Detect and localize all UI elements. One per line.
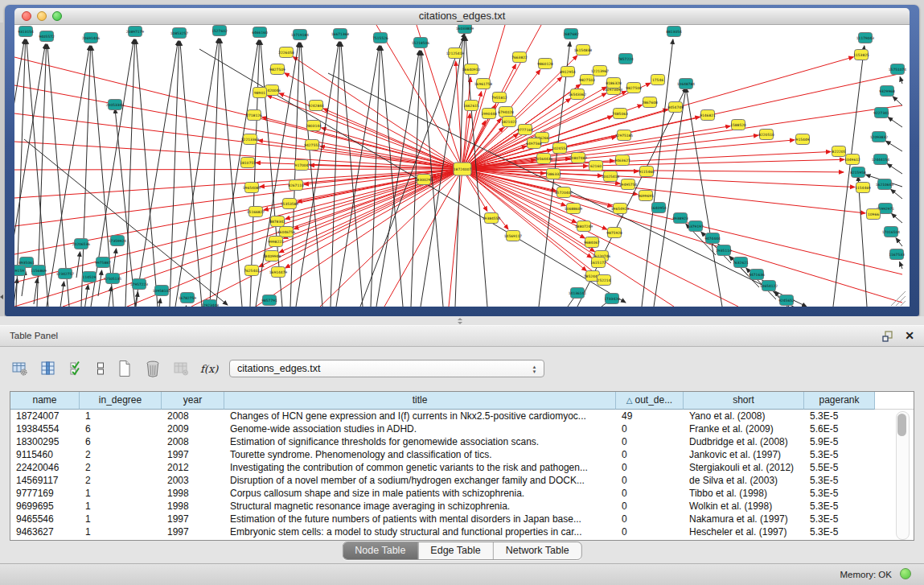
table-row[interactable]: 946554611997Estimation of the future num… — [10, 513, 914, 525]
node-label: 9857791 — [261, 299, 277, 303]
window-titlebar[interactable]: citations_edges.txt — [14, 8, 910, 25]
table-row[interactable]: 969969511998Structural magnetic resonanc… — [10, 500, 914, 513]
node-label: 17359924 — [109, 239, 127, 243]
table-row[interactable]: 1872400712008Changes of HCN gene express… — [10, 410, 914, 422]
table-cell-short: Franke et al. (2009) — [684, 422, 804, 435]
table-row[interactable]: 1830029562008Estimation of significance … — [10, 435, 914, 448]
red-edge — [191, 169, 462, 307]
memory-status-label: Memory: OK — [840, 570, 892, 579]
node-label: 9827509 — [269, 68, 285, 72]
node-label: 16154838 — [574, 48, 593, 52]
tab-network-table[interactable]: Network Table — [493, 542, 581, 559]
black-edge — [47, 46, 89, 307]
table-cell-year: 2008 — [162, 410, 224, 422]
table-row[interactable]: 2242004622012Investigating the contribut… — [10, 461, 914, 474]
column-header-name[interactable]: name — [10, 392, 80, 410]
panel-collapse-icon[interactable] — [0, 295, 3, 299]
function-icon[interactable]: f(x) — [200, 363, 218, 375]
node-label: 8935061 — [18, 261, 35, 265]
black-edge — [900, 76, 902, 84]
black-edge — [220, 39, 242, 307]
table-cell-out_degree: 0 — [616, 525, 684, 538]
network-canvas[interactable]: 9313154940557220691406208971791085325715… — [14, 25, 910, 307]
node-label: 8912954 — [560, 70, 576, 74]
table-row[interactable]: 911546021997Tourette syndrome. Phenomeno… — [10, 448, 914, 461]
black-edge — [175, 39, 218, 307]
column-header-out_degree[interactable]: △out_de... — [616, 392, 684, 410]
splitter-grip-icon[interactable] — [456, 318, 464, 324]
tab-node-table[interactable]: Node Table — [343, 542, 417, 559]
table-cell-year: 2009 — [162, 422, 224, 435]
node-label: 15720407 — [555, 191, 573, 195]
table-cell-pagerank: 5.3E-5 — [804, 500, 875, 513]
table-cell-short: Nakamura et al. (1997) — [684, 513, 804, 525]
table-cell-title: Tourette syndrome. Phenomenology and cla… — [224, 448, 616, 461]
node-label: 10654122 — [760, 284, 778, 288]
table-cell-short: Hescheler et al. (1997) — [684, 525, 804, 538]
table-row[interactable]: 1456911722003Disruption of a novel membe… — [10, 474, 914, 487]
node-label: 19384554 — [483, 216, 501, 220]
memory-ok-icon[interactable] — [900, 568, 911, 579]
node-label: 10853257 — [170, 31, 189, 35]
column-header-in_degree[interactable]: in_degree — [80, 392, 162, 410]
table-cell-out_degree: 0 — [616, 461, 684, 474]
black-edge — [336, 46, 379, 307]
node-label: 8813054 — [666, 30, 682, 34]
tab-edge-table[interactable]: Edge Table — [417, 542, 492, 559]
table-row[interactable]: 946362711997Embryonic stem cells: a mode… — [10, 525, 914, 538]
table-select-dropdown[interactable]: citations_edges.txt ▲▼ — [229, 360, 544, 377]
node-label: 12213363 — [241, 138, 260, 142]
node-label: 19495754 — [619, 183, 638, 187]
black-edge — [135, 41, 178, 307]
black-edge — [896, 238, 902, 246]
table-cell-out_degree: 0 — [616, 513, 684, 525]
node-label: 16543362 — [569, 93, 587, 97]
node-label: 10688609 — [565, 207, 583, 211]
node-label: 19654085 — [243, 186, 261, 190]
table-cell-in_degree: 2 — [80, 474, 162, 487]
table-column-icon[interactable] — [39, 360, 57, 377]
node-label: 18724007 — [454, 167, 472, 171]
dropdown-stepper-icon: ▲▼ — [531, 363, 538, 376]
table-row[interactable]: 1938455462009Genome-wide association stu… — [10, 422, 914, 435]
node-label: 10719184 — [291, 33, 310, 37]
black-edge — [892, 214, 902, 223]
node-label: 10807487 — [569, 156, 588, 160]
trash-icon[interactable] — [144, 360, 162, 377]
node-label: 7485063 — [612, 112, 628, 116]
table-row[interactable]: 977716911998Corpus callosum shape and si… — [10, 487, 914, 500]
float-window-icon[interactable] — [882, 331, 893, 342]
close-icon[interactable]: ✕ — [905, 329, 914, 342]
node-label: 20053340 — [106, 103, 125, 107]
table-settings-icon[interactable] — [11, 360, 29, 377]
scrollbar-thumb[interactable] — [897, 414, 906, 436]
column-header-pagerank[interactable]: pagerank — [804, 392, 875, 410]
column-header-title[interactable]: title — [224, 392, 616, 410]
table-cell-pagerank: 5.3E-5 — [804, 487, 875, 500]
table-cell-title: Estimation of significance thresholds fo… — [224, 435, 616, 448]
column-header-short[interactable]: short — [684, 392, 804, 410]
rows-icon[interactable] — [96, 360, 105, 377]
horizontal-splitter[interactable] — [0, 316, 924, 325]
node-label: 6794028 — [498, 110, 514, 114]
node-label: 7955812 — [491, 96, 507, 100]
resize-grip-icon[interactable] — [901, 301, 906, 306]
network-view[interactable]: 9313154940557220691406208971791085325715… — [14, 25, 910, 307]
black-edge — [125, 39, 135, 307]
table-cell-pagerank: 5.3E-5 — [804, 474, 875, 487]
black-edge — [331, 42, 340, 307]
left-panel-edge[interactable] — [0, 23, 3, 318]
node-label: 9827503 — [579, 78, 595, 82]
node-label: 18409948 — [263, 254, 281, 258]
table-cell-in_degree: 1 — [80, 525, 162, 538]
node-label: 14569117 — [504, 234, 523, 238]
node-label: 8471636 — [749, 273, 765, 277]
table-cell-short: de Silva et al. (2003) — [684, 474, 804, 487]
checklist-icon[interactable] — [68, 360, 85, 377]
node-label: 15218506 — [412, 41, 430, 45]
node-label: 8267110 — [288, 183, 304, 187]
column-header-year[interactable]: year — [162, 392, 224, 410]
vertical-scrollbar[interactable] — [896, 411, 910, 540]
node-label: 1615172 — [590, 261, 606, 265]
new-document-icon[interactable] — [116, 360, 133, 377]
